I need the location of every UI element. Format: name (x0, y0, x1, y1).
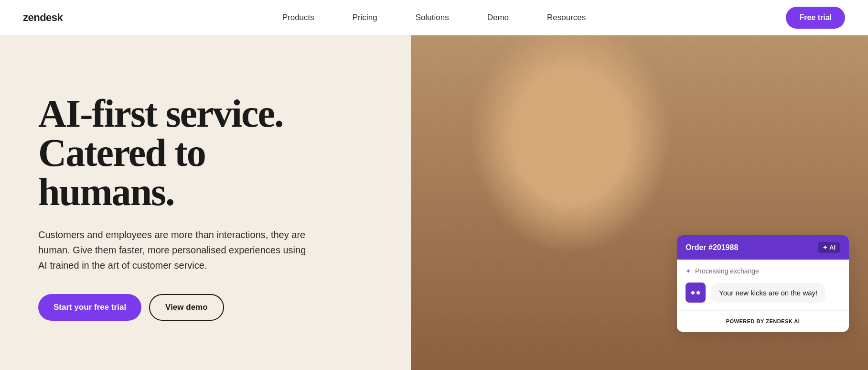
ai-label: AI (829, 244, 836, 251)
nav-resources[interactable]: Resources (528, 0, 605, 35)
order-number: Order #201988 (686, 243, 738, 252)
ai-badge: ✦ AI (818, 242, 840, 253)
start-trial-button[interactable]: Start your free trial (38, 294, 141, 321)
floating-chat-card: Order #201988 ✦ AI ✦ Processing exchange (677, 235, 849, 332)
hero-title-line3: humans. (38, 170, 174, 214)
hero-content: AI-first service. Catered to humans. Cus… (0, 35, 411, 370)
nav-pricing[interactable]: Pricing (333, 0, 396, 35)
dot-2 (697, 291, 700, 294)
hero-buttons: Start your free trial View demo (38, 294, 382, 321)
message-row: Your new kicks are on the way! (686, 283, 840, 303)
hero-title: AI-first service. Catered to humans. (38, 94, 382, 212)
hero-title-line2: Catered to (38, 131, 205, 174)
sparkle-icon: ✦ (823, 244, 827, 251)
avatar-dots (691, 291, 700, 294)
hero-image-area: Order #201988 ✦ AI ✦ Processing exchange (411, 35, 868, 370)
agent-avatar (686, 283, 706, 303)
message-bubble: Your new kicks are on the way! (711, 283, 825, 303)
main-nav: Products Pricing Solutions Demo Resource… (263, 0, 605, 35)
nav-solutions[interactable]: Solutions (396, 0, 468, 35)
card-header: Order #201988 ✦ AI (677, 235, 849, 260)
hero-subtitle: Customers and employees are more than in… (38, 227, 315, 273)
powered-by-text: POWERED BY ZENDESK AI (726, 318, 800, 324)
hero-background: Order #201988 ✦ AI ✦ Processing exchange (411, 35, 868, 370)
site-header: zendesk Products Pricing Solutions Demo … (0, 0, 868, 35)
processing-line: ✦ Processing exchange (686, 267, 840, 275)
nav-demo[interactable]: Demo (468, 0, 528, 35)
nav-products[interactable]: Products (263, 0, 333, 35)
hero-title-line1: AI-first service. (38, 92, 283, 135)
dot-1 (691, 291, 695, 294)
hero-section: AI-first service. Catered to humans. Cus… (0, 35, 868, 370)
logo: zendesk (23, 11, 63, 24)
card-body: ✦ Processing exchange Your new kicks are… (677, 260, 849, 310)
view-demo-button[interactable]: View demo (149, 294, 224, 321)
free-trial-button[interactable]: Free trial (786, 7, 845, 29)
processing-icon: ✦ (686, 267, 691, 275)
processing-text: Processing exchange (695, 267, 759, 275)
card-footer: POWERED BY ZENDESK AI (677, 310, 849, 332)
